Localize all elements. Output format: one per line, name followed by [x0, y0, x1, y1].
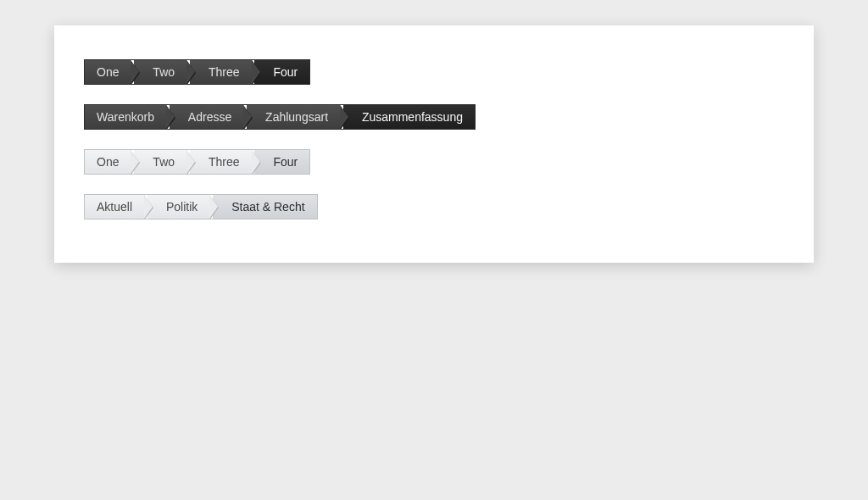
- demo-panel: One Two Three Four Warenkorb Adresse Zah…: [54, 25, 814, 263]
- breadcrumb-label: Two: [153, 155, 175, 169]
- breadcrumb-label: Zahlungsart: [265, 110, 328, 124]
- breadcrumb-label: Warenkorb: [97, 110, 154, 124]
- breadcrumb-label: Four: [273, 65, 298, 79]
- breadcrumb-dark-checkout: Warenkorb Adresse Zahlungsart Zusammenfa…: [84, 104, 476, 130]
- breadcrumb-label: Three: [209, 65, 240, 79]
- breadcrumb-step[interactable]: Aktuell: [85, 195, 144, 219]
- breadcrumb-step-active[interactable]: Four: [254, 150, 309, 174]
- breadcrumb-step-active[interactable]: Zusammenfassung: [343, 105, 475, 129]
- breadcrumb-step[interactable]: Two: [134, 150, 186, 174]
- breadcrumb-step[interactable]: Adresse: [170, 105, 243, 129]
- breadcrumb-label: Two: [153, 65, 175, 79]
- breadcrumb-label: Politik: [166, 200, 198, 214]
- breadcrumb-step[interactable]: Warenkorb: [85, 105, 166, 129]
- breadcrumb-step[interactable]: Zahlungsart: [247, 105, 340, 129]
- breadcrumb-step[interactable]: One: [85, 60, 131, 84]
- breadcrumb-row: One Two Three Four: [84, 149, 784, 177]
- breadcrumb-label: Four: [273, 155, 298, 169]
- breadcrumb-label: Staat & Recht: [231, 200, 304, 214]
- breadcrumb-label: Three: [209, 155, 240, 169]
- breadcrumb-label: One: [97, 65, 119, 79]
- breadcrumb-light-news: Aktuell Politik Staat & Recht: [84, 194, 318, 219]
- breadcrumb-step-active[interactable]: Staat & Recht: [213, 195, 316, 219]
- breadcrumb-step-active[interactable]: Four: [254, 60, 309, 84]
- breadcrumb-row: One Two Three Four: [84, 59, 784, 87]
- breadcrumb-label: Adresse: [188, 110, 231, 124]
- panel-content: One Two Three Four Warenkorb Adresse Zah…: [54, 25, 814, 264]
- breadcrumb-row: Warenkorb Adresse Zahlungsart Zusammenfa…: [84, 104, 784, 132]
- breadcrumb-label: One: [97, 155, 119, 169]
- breadcrumb-label: Aktuell: [97, 200, 132, 214]
- breadcrumb-step[interactable]: Three: [190, 150, 252, 174]
- breadcrumb-step[interactable]: One: [85, 150, 131, 174]
- breadcrumb-label: Zusammenfassung: [362, 110, 463, 124]
- breadcrumb-dark-numeric: One Two Three Four: [84, 59, 310, 85]
- breadcrumb-step[interactable]: Two: [134, 60, 186, 84]
- breadcrumb-row: Aktuell Politik Staat & Recht: [84, 194, 784, 222]
- breadcrumb-step[interactable]: Three: [190, 60, 252, 84]
- breadcrumb-light-numeric: One Two Three Four: [84, 149, 310, 175]
- breadcrumb-step[interactable]: Politik: [147, 195, 209, 219]
